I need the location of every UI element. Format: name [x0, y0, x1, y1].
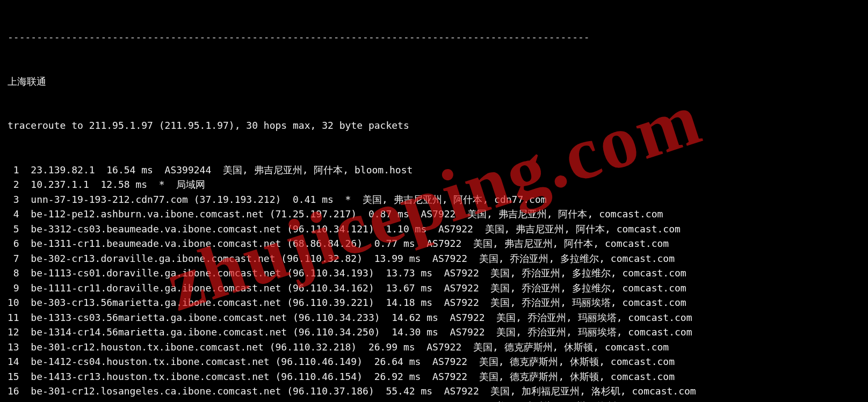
hop-row: 13 be-301-cr12.houston.tx.ibone.comcast.… — [8, 340, 868, 355]
hop-number: 8 — [8, 266, 19, 281]
hop-row: 2 10.237.1.1 12.58 ms * 局域网 — [8, 177, 868, 192]
hop-row: 14 be-1412-cs04.houston.tx.ibone.comcast… — [8, 354, 868, 369]
terminal-output[interactable]: ----------------------------------------… — [0, 0, 868, 402]
hop-number: 2 — [8, 177, 19, 192]
hop-detail: be-1113-cs01.doraville.ga.ibone.comcast.… — [31, 267, 686, 279]
hop-detail: 10.237.1.1 12.58 ms * 局域网 — [31, 179, 205, 190]
hop-number: 5 — [8, 222, 19, 237]
hop-number: 13 — [8, 340, 19, 355]
hop-detail: be-301-cr12.houston.tx.ibone.comcast.net… — [31, 341, 669, 353]
hop-number: 9 — [8, 281, 19, 296]
hop-number: 12 — [8, 325, 19, 340]
hop-number: 15 — [8, 369, 19, 384]
hop-detail: be-3312-cs03.beaumeade.va.ibone.comcast.… — [31, 223, 681, 235]
hop-number: 10 — [8, 295, 19, 310]
hop-row: 3 unn-37-19-193-212.cdn77.com (37.19.193… — [8, 192, 868, 207]
hop-number: 14 — [8, 354, 19, 369]
hop-detail: be-1313-cs03.56marietta.ga.ibone.comcast… — [31, 312, 692, 323]
hop-row: 12 be-1314-cr14.56marietta.ga.ibone.comc… — [8, 325, 868, 340]
hop-row: 1 23.139.82.1 16.54 ms AS399244 美国, 弗吉尼亚… — [8, 163, 868, 178]
hop-number: 17 — [8, 399, 19, 403]
hop-row: 5 be-3312-cs03.beaumeade.va.ibone.comcas… — [8, 222, 868, 237]
hop-row: 16 be-301-cr12.losangeles.ca.ibone.comca… — [8, 384, 868, 399]
hop-number: 1 — [8, 163, 19, 178]
hop-detail: be-1412-cs04.losangeles.ca.ibone.comcast… — [31, 400, 701, 403]
hop-row: 15 be-1413-cr13.houston.tx.ibone.comcast… — [8, 369, 868, 384]
hop-detail: be-302-cr13.doraville.ga.ibone.comcast.n… — [31, 253, 675, 264]
hop-row: 8 be-1113-cs01.doraville.ga.ibone.comcas… — [8, 266, 868, 281]
hop-row: 4 be-112-pe12.ashburn.va.ibone.comcast.n… — [8, 207, 868, 222]
hop-detail: unn-37-19-193-212.cdn77.com (37.19.193.2… — [31, 194, 546, 205]
hop-detail: be-1111-cr11.doraville.ga.ibone.comcast.… — [31, 282, 686, 294]
hop-row: 10 be-303-cr13.56marietta.ga.ibone.comca… — [8, 295, 868, 310]
hop-detail: be-301-cr12.losangeles.ca.ibone.comcast.… — [31, 385, 696, 397]
hop-detail: be-303-cr13.56marietta.ga.ibone.comcast.… — [31, 297, 686, 308]
hop-number: 3 — [8, 192, 19, 207]
hop-detail: 23.139.82.1 16.54 ms AS399244 美国, 弗吉尼亚州,… — [31, 164, 413, 176]
hop-row: 11 be-1313-cs03.56marietta.ga.ibone.comc… — [8, 310, 868, 325]
hop-number: 16 — [8, 384, 19, 399]
hop-detail: be-1311-cr11.beaumeade.va.ibone.comcast.… — [31, 238, 669, 249]
divider-line: ----------------------------------------… — [8, 30, 868, 45]
hop-number: 6 — [8, 236, 19, 251]
hop-detail: be-112-pe12.ashburn.va.ibone.comcast.net… — [31, 208, 663, 220]
hops-container: 1 23.139.82.1 16.54 ms AS399244 美国, 弗吉尼亚… — [8, 163, 868, 403]
hop-detail: be-1413-cr13.houston.tx.ibone.comcast.ne… — [31, 371, 675, 382]
hop-number: 4 — [8, 207, 19, 222]
hop-detail: be-1314-cr14.56marietta.ga.ibone.comcast… — [31, 326, 692, 338]
hop-row: 6 be-1311-cr11.beaumeade.va.ibone.comcas… — [8, 236, 868, 251]
section-title: 上海联通 — [8, 74, 868, 89]
hop-row: 17 be-1412-cs04.losangeles.ca.ibone.comc… — [8, 399, 868, 403]
hop-row: 7 be-302-cr13.doraville.ga.ibone.comcast… — [8, 251, 868, 266]
hop-number: 7 — [8, 251, 19, 266]
hop-number: 11 — [8, 310, 19, 325]
hop-detail: be-1412-cs04.houston.tx.ibone.comcast.ne… — [31, 356, 675, 367]
traceroute-header: traceroute to 211.95.1.97 (211.95.1.97),… — [8, 118, 868, 133]
hop-row: 9 be-1111-cr11.doraville.ga.ibone.comcas… — [8, 281, 868, 296]
